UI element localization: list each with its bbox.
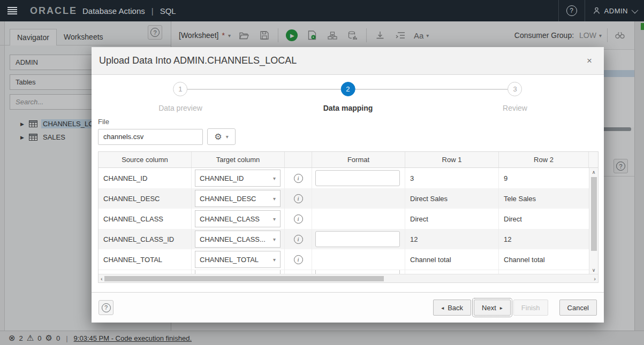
row2-cell: Direct [499,209,589,229]
format-cell [312,249,405,270]
horizontal-scrollbar[interactable]: ‹ › [99,274,598,282]
scroll-down-icon[interactable]: ∨ [592,266,596,274]
table-row: CHANNEL_ID CHANNEL_ID▾ i 3 9 [99,168,598,188]
help-icon: ? [566,5,577,16]
back-arrow-icon: ◂ [441,305,444,311]
user-name: ADMIN [604,7,628,15]
row2-cell: Tele Sales [499,188,589,209]
title-separator: | [151,6,154,16]
back-button[interactable]: ◂ Back [433,300,471,316]
table-row: CHANNEL_CLASS_ID CHANNEL_CLASS...▾ i 12 … [99,229,598,249]
oracle-logo: ORACLE [30,5,77,17]
vertical-scrollbar[interactable]: ∧ ∨ [589,168,598,274]
scroll-left-icon[interactable]: ‹ [101,275,103,282]
info-cell: i [285,188,312,209]
dialog-buttons: ◂ Back Next ▸ Finish Cancel [433,300,597,316]
chevron-down-icon [632,6,639,13]
row1-cell: 12 [405,229,499,249]
step-data-preview[interactable]: 1 Data preview [158,82,202,112]
info-icon[interactable]: i [294,214,303,224]
file-settings-button[interactable]: ⚙ ▾ [207,128,236,145]
format-input[interactable] [315,270,400,274]
chevron-down-icon: ▾ [273,196,276,202]
target-column-cell: CHANNEL_ID▾ [192,168,285,188]
hamburger-menu-icon[interactable] [7,7,17,14]
user-icon [593,6,601,15]
target-column-select[interactable]: CHANNEL_CLASS...▾ [195,231,281,248]
source-column-cell: CHANNEL_CLASS [99,209,192,229]
scroll-up-icon[interactable]: ∧ [592,168,596,176]
target-column-cell [192,270,285,274]
column-header [285,152,312,167]
chevron-down-icon: ▾ [273,216,276,222]
dialog-footer: ? ◂ Back Next ▸ Finish Cancel [92,292,604,323]
close-icon[interactable]: × [582,53,596,68]
info-icon[interactable]: i [294,194,303,203]
source-column-cell: CHANNEL_CLASS_ID [99,229,192,249]
column-header: Row 1 [405,152,499,167]
app-title: Database Actions [82,6,145,16]
horizontal-scroll-thumb[interactable] [104,276,384,281]
target-column-select[interactable]: CHANNEL_DESC▾ [195,190,281,207]
row1-cell [405,270,499,274]
scroll-right-icon[interactable]: › [594,275,596,282]
table-row-clipped [99,270,598,274]
chevron-down-icon: ▾ [273,175,276,181]
finish-button[interactable]: Finish [513,300,548,316]
next-button[interactable]: Next ▸ [474,300,511,316]
format-input[interactable] [315,231,400,247]
row1-cell: Channel total [405,249,499,270]
info-icon[interactable]: i [294,174,303,183]
file-name-input[interactable] [98,129,203,145]
step-number: 2 [340,82,355,96]
info-icon[interactable]: i [294,255,303,264]
app-context: SQL [160,6,176,16]
format-cell [312,229,405,249]
gear-icon: ⚙ [214,133,222,141]
brand: ORACLE Database Actions | SQL [30,5,176,17]
target-column-select[interactable]: CHANNEL_TOTAL▾ [195,251,281,268]
column-header: Row 2 [499,152,589,167]
column-header: Source column [99,152,192,167]
vertical-scroll-thumb[interactable] [591,177,597,251]
help-icon: ? [102,303,111,312]
info-icon[interactable]: i [294,235,303,244]
target-column-cell: CHANNEL_TOTAL▾ [192,249,285,270]
source-column-cell: CHANNEL_DESC [99,188,192,209]
target-column-select[interactable] [195,270,281,274]
source-column-cell: CHANNEL_TOTAL [99,249,192,270]
row1-cell: Direct [405,209,499,229]
target-column-cell: CHANNEL_DESC▾ [192,188,285,209]
cancel-button[interactable]: Cancel [559,300,597,316]
step-number: 1 [173,82,187,96]
chevron-down-icon: ▾ [226,134,229,140]
target-column-select[interactable]: CHANNEL_ID▾ [195,170,281,187]
next-arrow-icon: ▸ [500,305,503,311]
step-data-mapping[interactable]: 2 Data mapping [323,82,373,112]
format-cell [312,168,405,188]
target-column-select[interactable]: CHANNEL_CLASS▾ [195,210,281,227]
column-header: Target column [192,152,285,167]
info-cell [285,270,312,274]
target-column-cell: CHANNEL_CLASS...▾ [192,229,285,249]
dialog-help-button[interactable]: ? [99,300,113,315]
source-column-cell [99,270,192,274]
user-menu[interactable]: ADMIN [585,0,644,21]
wizard-steps: 1 Data preview 2 Data mapping 3 Review [92,75,604,118]
row2-cell [499,270,589,274]
dialog-header: Upload Data Into ADMIN.CHANNELS_LOCAL × [92,47,604,75]
format-cell [312,270,405,274]
step-label: Review [503,104,527,112]
topbar-right: ? ADMIN [558,0,644,21]
format-input[interactable] [315,170,400,186]
column-header: Format [312,152,405,167]
step-review[interactable]: 3 Review [503,82,527,112]
top-bar: ORACLE Database Actions | SQL ? ADMIN [0,0,644,21]
mapping-table: Source column Target column Format Row 1… [98,151,598,283]
step-label: Data mapping [323,104,373,112]
help-button[interactable]: ? [559,0,585,21]
chevron-down-icon: ▾ [273,257,276,263]
format-cell [312,209,405,229]
file-row: ⚙ ▾ [98,128,597,145]
row2-cell: Channel total [499,249,589,270]
